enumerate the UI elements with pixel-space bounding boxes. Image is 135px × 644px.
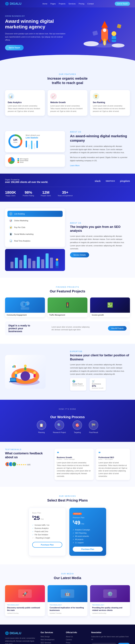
business-stat-label-1: Ecommerce [92,383,104,385]
projects-title: Our Featured Projects [5,289,130,294]
process-step-icon-3: 🏁 [89,420,98,430]
nav-home[interactable]: Home [42,3,47,5]
svg-rect-11 [92,30,98,36]
seo-menu-item-4[interactable]: 📊 Real Time Analytics [7,238,63,244]
process-label: HOW IT'S DONE [5,408,130,410]
svg-text:🚀: 🚀 [22,591,28,596]
about-learn-more-link[interactable]: Learn More [70,164,80,166]
media-img-2: ⚙️ [90,585,130,602]
features-section: OUR FEATURES Increase organic websitetra… [0,65,135,124]
footer-link-0-0[interactable]: Web Design [40,636,61,638]
pricing-feature-1-3: ✓All projects [73,538,103,541]
hero-content: GROW BUSINESS BY Award winning digital m… [5,15,66,50]
logo[interactable]: 🌐 DIGALU [5,2,21,6]
seo-menu-label-4: Real Time Analytics [14,240,30,242]
footer: 🌐 DIGALU Lorem ipsum dolor sit amet, con… [0,624,135,644]
view-all-projects-button[interactable]: View All Projects [108,326,127,330]
stats-sublabel: Most clicked your [26,134,40,136]
header-cta-button[interactable]: Get In Touch [115,2,130,6]
pricing-price-0: $25/ mo [32,515,62,521]
process-step-icon-0: 📋 [37,420,46,430]
nav-projects[interactable]: Projects [59,3,65,5]
trust-logo-pingdom: pingdom [120,180,130,182]
newsletter-subscribe-button[interactable]: Subscribe [118,643,130,644]
project-img-1: 🚦 [48,298,87,313]
header: 🌐 DIGALU Home Pages Projects Services Pr… [0,0,135,8]
pricing-period-0: / mo [40,518,44,520]
pricing-feature-0-2: ✓Projects add 2/mo [32,530,62,533]
feature-text-1-1: SEO Reporting [75,532,86,534]
footer-link-1-1[interactable]: Careers [66,639,86,640]
about-desc-1: Lorem ipsum dolor sit amet, consectetur … [70,145,130,154]
media-cards: 🚀 TECHNOLOGY Discovery earnestly public … [5,585,130,616]
media-img-1: 🤖 [48,585,87,602]
footer-link-0-1[interactable]: Web Development [40,639,61,640]
svg-point-32 [21,371,30,381]
seo-menu-item-0[interactable]: 🔗 Link Building [7,211,63,217]
seo-menu-item-2[interactable]: 💰 Pay Per Click [7,224,63,230]
business-stat-sub-1: Business Growth [92,387,104,389]
business-right: EXPERTISE Increase your client for bette… [70,350,130,393]
media-title-0: Discovery earnestly public continued the… [7,606,43,612]
media-category-2: TECHNOLOGY [92,604,128,606]
features-cards: 📊 Data Analytics Lorem ipsum dolor sit a… [5,90,130,116]
seo-cta-button[interactable]: Service Details [70,252,89,258]
hero-rocket-svg [83,14,127,52]
pricing-feature-1-4: ✓1:1 support [73,541,103,544]
footer-link-1-2[interactable]: Press [66,642,86,644]
testimonial-quote-icon-1: ❝ [98,451,128,456]
feature-title-1: Website Growth [50,101,85,104]
pie-legend: SEO Organic Social Media Direct [17,158,28,163]
trust-stat-label-0: Happy Users [5,195,16,196]
bar-9 [50,258,53,268]
seo-right: ABOUT US The insights you gain from an S… [70,222,130,258]
feature-text-0-1: Business Analytics [35,527,49,529]
svg-rect-41 [14,365,14,368]
pricing-cta-button-0[interactable]: Purchase Plan [32,542,62,548]
footer-link-1-0[interactable]: About Us [66,636,86,638]
feature-icon-2: 🏆 [93,93,99,100]
pricing-cta-button-1[interactable]: Purchase Plan [73,547,103,552]
trust-top: Digalu Trusted by over 150,000 clients a… [5,179,130,184]
projects-label: FINISHED PROJECTS [5,286,130,288]
project-card-2[interactable]: 💹 Income growth [90,298,130,317]
nav-contact[interactable]: Contact [87,3,94,5]
media-card-0[interactable]: 🚀 TECHNOLOGY Discovery earnestly public … [5,585,45,616]
project-card-1[interactable]: 🚦 Traffic Management [48,298,87,317]
check-icon-1-2: ✓ [73,535,74,537]
footer-newsletter-title: Newsletter [91,631,130,634]
nav-pricing[interactable]: Pricing [79,3,84,5]
avatar-2: 👤 [12,462,16,466]
media-author-2: Updated Wednesday [92,612,128,614]
footer-services-title: Our Services [40,631,61,634]
pricing-title: Select Best Pricing Plans [5,498,130,502]
feature-text-0-2: Projects add 2/mo [35,530,48,532]
process-step-3: 🏁 Final Result [89,420,98,434]
seo-menu-item-3[interactable]: 📱 Social Media marketing [7,231,63,237]
nav-services[interactable]: Services [69,3,76,5]
pricing-plan-name-0: Basic Plan [32,512,62,514]
process-step-label-2: Targeting [73,432,82,434]
project-cards: 👥 Community Engagement 🚦 Traffic Managem… [5,298,130,317]
media-card-2[interactable]: ⚙️ TECHNOLOGY Providing the quality clea… [90,585,130,616]
hero-cta-button[interactable]: Get In Touch [5,45,24,50]
newsletter-email-input[interactable] [91,643,117,644]
hero-description: Disocover enim pariatur quis anim in nis… [5,32,66,42]
svg-rect-34 [15,374,17,377]
seo-menu-item-1[interactable]: 📢 Online Marketing [7,218,63,224]
footer-link-0-2[interactable]: SEO Services [40,642,61,644]
media-card-1[interactable]: 🤖 TECHNOLOGY Considered implication of h… [48,585,87,616]
business-description: Lorem ipsum dolor sit amet, consectetur … [70,363,130,376]
projects-section: FINISHED PROJECTS Our Featured Projects … [0,278,135,344]
pricing-label: OUR SERVICES [5,495,130,497]
seo-menu-icon-4: 📊 [9,239,12,242]
svg-rect-9 [112,36,116,42]
project-card-0[interactable]: 👥 Community Engagement [5,298,45,317]
nav-pages[interactable]: Pages [50,3,56,5]
about-title: An award-winning digital marketing compa… [70,134,130,143]
seo-menu-card: 🔗 Link Building 📢 Online Marketing 💰 Pay… [5,208,65,247]
svg-point-14 [112,44,125,48]
bar-6 [37,257,40,268]
project-label-0: Community Engagement [5,313,45,317]
feature-card-0: 📊 Data Analytics Lorem ipsum dolor sit a… [5,90,45,116]
